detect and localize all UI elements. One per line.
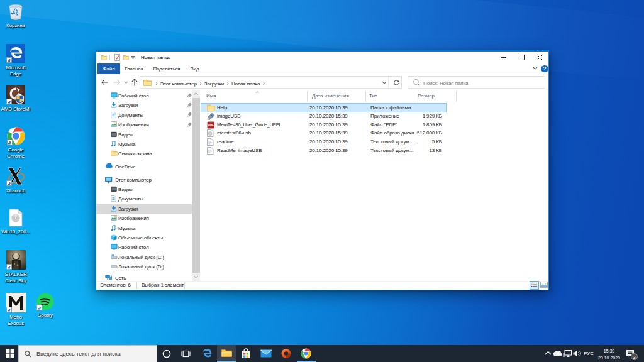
svg-text:PDF: PDF bbox=[208, 124, 214, 127]
